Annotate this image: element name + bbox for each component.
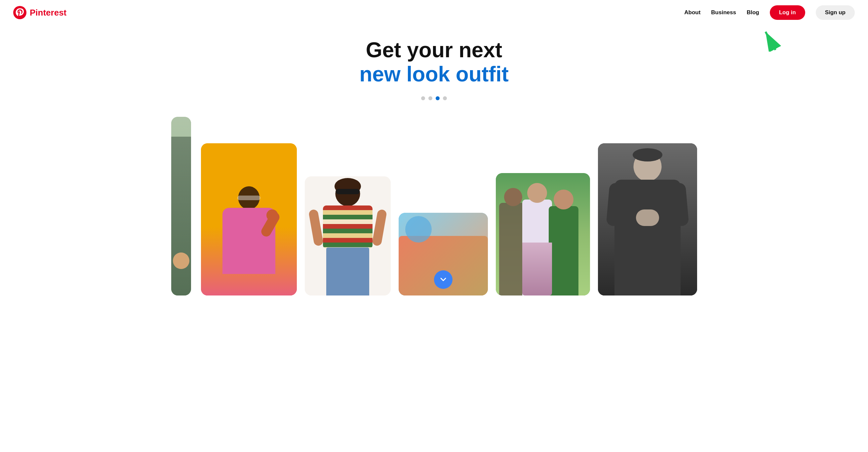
- card-striped: [305, 176, 391, 295]
- nav-link-about[interactable]: About: [684, 9, 701, 16]
- dot-2[interactable]: [428, 96, 432, 100]
- dot-1[interactable]: [421, 96, 425, 100]
- card-center: [399, 213, 488, 295]
- logo-text: Pinterest: [30, 8, 66, 18]
- dot-3[interactable]: [436, 96, 440, 100]
- login-button[interactable]: Log in: [770, 5, 805, 20]
- logo-area[interactable]: Pinterest: [13, 6, 66, 19]
- card-far-left: [171, 117, 191, 295]
- signup-button[interactable]: Sign up: [816, 5, 855, 20]
- hero-section: Get your next new look outfit: [0, 25, 868, 113]
- dot-4[interactable]: [443, 96, 447, 100]
- card-group: [496, 173, 590, 295]
- nav-link-business[interactable]: Business: [711, 9, 736, 16]
- card-bw: [598, 143, 697, 295]
- nav-link-blog[interactable]: Blog: [747, 9, 759, 16]
- images-row: [0, 113, 868, 295]
- carousel-dots: [7, 96, 861, 100]
- hero-title-line2: new look outfit: [7, 61, 861, 87]
- navbar: Pinterest About Business Blog Log in Sig…: [0, 0, 868, 25]
- card-yellow: [201, 143, 297, 295]
- nav-links: About Business Blog Log in Sign up: [684, 5, 855, 20]
- scroll-down-button[interactable]: [434, 270, 453, 289]
- pinterest-logo-icon: [13, 6, 26, 19]
- hero-title-line1: Get your next: [7, 38, 861, 61]
- nav-right: About Business Blog Log in Sign up: [684, 5, 855, 20]
